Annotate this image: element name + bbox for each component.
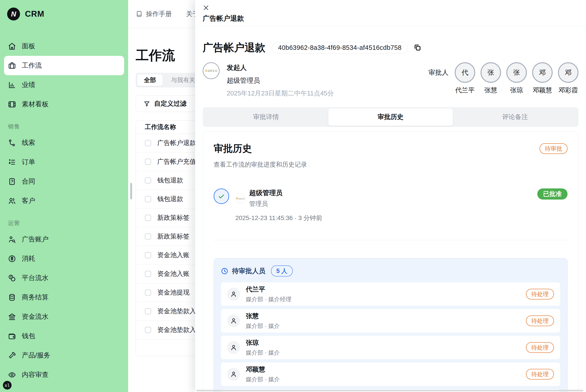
- manual-link[interactable]: 操作手册: [136, 10, 172, 18]
- sidebar-item-dashboard[interactable]: 面板: [0, 36, 128, 56]
- row-checkbox[interactable]: [145, 215, 151, 221]
- approver[interactable]: 张 张琼: [506, 62, 527, 95]
- scrollbar-thumb[interactable]: [130, 183, 132, 199]
- person-name: 邓颖慧: [246, 365, 280, 374]
- sidebar-item-content-review[interactable]: 内容审查: [0, 365, 128, 384]
- row-checkbox[interactable]: [145, 234, 151, 240]
- approver-avatar: 张: [480, 62, 501, 83]
- tab-approval-detail[interactable]: 审批详情: [204, 108, 328, 126]
- row-checkbox[interactable]: [145, 252, 151, 258]
- sidebar-item-label: 平台流水: [22, 274, 48, 282]
- sidebar-item-label: 素材看板: [22, 100, 48, 109]
- tab-comments[interactable]: 评论备注: [453, 108, 577, 126]
- approver[interactable]: 张 张慧: [480, 62, 501, 95]
- film-icon: [8, 100, 16, 108]
- tab-approval-history[interactable]: 审批历史: [328, 108, 453, 126]
- row-checkbox[interactable]: [145, 308, 151, 314]
- sidebar-item-platform-flow[interactable]: 平台流水: [0, 268, 128, 288]
- sidebar-section-ops: 运营: [0, 216, 128, 230]
- row-checkbox[interactable]: [145, 290, 151, 296]
- row-checkbox[interactable]: [145, 140, 151, 146]
- company-logo-text: ✿花想互动: [205, 69, 217, 72]
- row-checkbox[interactable]: [145, 271, 151, 277]
- sidebar-item-contracts[interactable]: 合同: [0, 172, 128, 191]
- approver-avatar: 代: [455, 62, 475, 83]
- initiator-block: ✿花想互动 发起人 超级管理员 2025年12月23日星期二中午11点45分: [203, 62, 334, 98]
- user-avatar-badge[interactable]: xl: [3, 381, 12, 390]
- document-icon: [8, 178, 16, 186]
- sidebar-item-label: 工作流: [22, 61, 42, 70]
- sidebar-item-ad-accounts[interactable]: 广告账户: [0, 230, 128, 249]
- approved-check-circle: [214, 188, 229, 204]
- approved-badge: 已批准: [537, 188, 568, 200]
- row-checkbox[interactable]: [145, 177, 151, 184]
- sidebar-item-label: 钱包: [22, 332, 35, 340]
- brand-name: CRM: [25, 9, 44, 19]
- bar-chart-icon: [8, 81, 16, 89]
- check-icon: [218, 192, 225, 200]
- sidebar-section-sales: 销售: [0, 120, 128, 133]
- person-icon: [230, 371, 237, 378]
- sidebar-item-products[interactable]: 产品/服务: [0, 346, 128, 365]
- sidebar-item-workflow[interactable]: 工作流: [4, 56, 124, 75]
- person-info: 代兰平 媒介部 · 媒介经理: [246, 285, 292, 303]
- row-checkbox[interactable]: [145, 158, 151, 165]
- close-button[interactable]: [203, 4, 210, 12]
- person-dept: 媒介部 · 媒介经理: [246, 296, 292, 303]
- person-icon: [230, 290, 237, 298]
- workflow-name: 钱包退款: [157, 176, 183, 185]
- approvers-block: 审批人 代 代兰平 张 张慧: [428, 62, 578, 95]
- person-icon: [230, 344, 237, 351]
- sidebar-item-orders[interactable]: 订单: [0, 152, 128, 172]
- sidebar-nav: 面板 工作流 业绩 素材看板 销售 线索 订单 合同 客户: [0, 36, 128, 384]
- sidebar-item-customers[interactable]: 客户: [0, 191, 128, 210]
- sidebar-item-fund-flow[interactable]: 资金流水: [0, 307, 128, 326]
- sidebar-item-label: 合同: [22, 177, 35, 186]
- approved-entry-role: 管理员: [249, 200, 282, 208]
- workflow-branch-icon: [8, 139, 16, 147]
- approver-avatar: 邓: [532, 62, 553, 83]
- copy-icon: [413, 44, 421, 52]
- database-icon: [8, 294, 16, 302]
- approver[interactable]: 邓 邓颖慧: [532, 62, 553, 95]
- pending-approver-row[interactable]: 邓颖慧 媒介部 · 媒介 待处理: [221, 362, 560, 386]
- sidebar-item-label: 商务结算: [22, 293, 48, 302]
- approver[interactable]: 代 代兰平: [455, 62, 475, 95]
- sidebar-item-label: 消耗: [22, 254, 35, 263]
- user-search-icon: [8, 236, 16, 244]
- pending-approver-row[interactable]: 张慧 媒介部 · 媒介 待处理: [221, 309, 560, 332]
- person-icon: [230, 317, 237, 324]
- tab-all[interactable]: 全部: [137, 74, 163, 86]
- history-title: 审批历史: [214, 142, 252, 155]
- initiator-company-logo: ✿花想互动: [203, 62, 220, 79]
- approver[interactable]: 邓 邓彩霞: [558, 62, 578, 95]
- row-checkbox[interactable]: [145, 196, 151, 202]
- sidebar-item-wallet[interactable]: 钱包: [0, 326, 128, 346]
- status-badge: 待审批: [540, 143, 568, 154]
- participants-row: ✿花想互动 发起人 超级管理员 2025年12月23日星期二中午11点45分 审…: [203, 62, 578, 98]
- ordered-list-icon: [8, 158, 16, 166]
- drawer-header: 广告帐户退款: [195, 0, 586, 26]
- initiator-label: 发起人: [227, 63, 334, 72]
- copy-button[interactable]: [413, 44, 421, 52]
- approved-entry: ✿花想互动 超级管理员 管理员 2025-12-23 11:45:36 · 3 …: [214, 188, 568, 222]
- pending-box-header: 待审批人员 5 人: [221, 266, 560, 276]
- brand-logo-letter: N: [11, 10, 16, 18]
- pending-approver-row[interactable]: 代兰平 媒介部 · 媒介经理 待处理: [221, 282, 560, 306]
- horizontal-scrollbar[interactable]: [196, 390, 583, 391]
- drawer-tabs: 审批详情 审批历史 评论备注: [203, 107, 578, 127]
- approved-entry-time: 2025-12-23 11:45:36 · 3 分钟前: [236, 214, 322, 222]
- workflow-name: 广告帐户退款: [157, 138, 196, 148]
- sidebar-item-material-board[interactable]: 素材看板: [0, 94, 128, 114]
- sidebar-item-performance[interactable]: 业绩: [0, 75, 128, 94]
- row-checkbox[interactable]: [145, 327, 151, 333]
- person-dept: 媒介部 · 媒介: [246, 376, 280, 383]
- sidebar-item-business-settlement[interactable]: 商务结算: [0, 288, 128, 307]
- sidebar-item-spend[interactable]: 消耗: [0, 249, 128, 268]
- approver-avatar: 邓: [558, 62, 578, 83]
- approval-history-card: 审批历史 待审批 查看工作流的审批进度和历史记录 ✿花想互动 超级管理员 管理员: [203, 131, 578, 392]
- workflow-name: 广告帐户充值: [157, 157, 196, 166]
- pending-approver-row[interactable]: 张琼 媒介部 · 媒介 待处理: [221, 336, 560, 359]
- record-uuid-badge: 40b63962-8a38-4f69-8534-af4516cdb758: [272, 42, 408, 54]
- sidebar-item-leads[interactable]: 线索: [0, 133, 128, 152]
